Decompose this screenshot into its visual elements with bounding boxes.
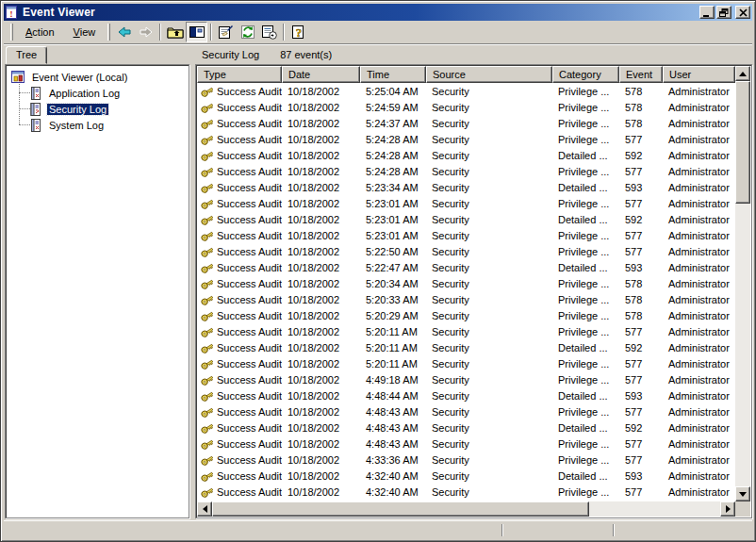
event-source: Security bbox=[426, 454, 552, 466]
event-category: Privilege ... bbox=[552, 166, 619, 177]
event-list-pane: Type Date Time Source Category Event Use… bbox=[195, 64, 752, 518]
event-row[interactable]: Success Audit 10/18/2002 4:33:36 AM Secu… bbox=[197, 452, 735, 468]
event-category: Privilege ... bbox=[552, 134, 619, 145]
event-row[interactable]: Success Audit 10/18/2002 5:20:33 AM Secu… bbox=[197, 291, 735, 307]
event-date: 10/18/2002 bbox=[282, 294, 360, 305]
event-row[interactable]: Success Audit 10/18/2002 4:32:40 AM Secu… bbox=[197, 484, 735, 500]
event-type: Success Audit bbox=[217, 486, 282, 498]
event-row[interactable]: Success Audit 10/18/2002 5:20:29 AM Secu… bbox=[197, 307, 735, 323]
column-header-user[interactable]: User bbox=[663, 66, 735, 83]
status-bar bbox=[4, 520, 752, 538]
success-audit-key-icon bbox=[200, 180, 214, 194]
tree-item-application-log[interactable]: Application Log bbox=[28, 85, 122, 101]
titlebar[interactable]: ! Event Viewer bbox=[4, 4, 752, 21]
column-header-source[interactable]: Source bbox=[426, 66, 552, 83]
tree-item-label: Application Log bbox=[47, 88, 122, 99]
refresh-button[interactable] bbox=[237, 22, 258, 42]
up-one-level-button[interactable] bbox=[164, 22, 186, 42]
event-row[interactable]: Success Audit 10/18/2002 5:20:34 AM Secu… bbox=[197, 275, 735, 291]
event-type: Success Audit bbox=[217, 86, 282, 97]
event-category: Privilege ... bbox=[552, 326, 619, 337]
event-user: Administrator bbox=[663, 470, 735, 482]
scroll-up-button[interactable] bbox=[735, 66, 750, 81]
event-row[interactable]: Success Audit 10/18/2002 5:24:28 AM Secu… bbox=[197, 163, 735, 179]
export-list-button[interactable] bbox=[258, 22, 280, 42]
event-type: Success Audit bbox=[217, 118, 282, 129]
event-row[interactable]: Success Audit 10/18/2002 5:24:28 AM Secu… bbox=[197, 147, 735, 163]
toolbar-grip[interactable] bbox=[10, 24, 13, 41]
forward-button[interactable] bbox=[135, 22, 156, 42]
event-time: 4:32:40 AM bbox=[360, 470, 426, 482]
event-row[interactable]: Success Audit 10/18/2002 5:20:11 AM Secu… bbox=[197, 355, 735, 371]
event-user: Administrator bbox=[663, 262, 735, 273]
event-category: Detailed ... bbox=[552, 342, 619, 353]
event-id: 592 bbox=[619, 342, 663, 353]
event-category: Privilege ... bbox=[552, 374, 619, 386]
event-row[interactable]: Success Audit 10/18/2002 5:23:34 AM Secu… bbox=[197, 179, 735, 195]
success-audit-key-icon bbox=[200, 228, 214, 242]
scroll-left-button[interactable] bbox=[197, 501, 212, 517]
event-row[interactable]: Success Audit 10/18/2002 4:32:40 AM Secu… bbox=[197, 468, 735, 484]
tree-item-security-log[interactable]: Security Log bbox=[28, 101, 108, 117]
tree-item-event-viewer-local[interactable]: Event Viewer (Local) bbox=[11, 69, 129, 85]
scroll-right-button[interactable] bbox=[720, 501, 735, 517]
event-row[interactable]: Success Audit 10/18/2002 5:24:28 AM Secu… bbox=[197, 131, 735, 147]
event-row[interactable]: Success Audit 10/18/2002 5:24:37 AM Secu… bbox=[197, 115, 735, 131]
event-id: 578 bbox=[619, 86, 663, 97]
help-button[interactable]: ? bbox=[288, 22, 309, 42]
event-row[interactable]: Success Audit 10/18/2002 4:48:43 AM Secu… bbox=[197, 419, 735, 435]
event-row[interactable]: Success Audit 10/18/2002 5:20:11 AM Secu… bbox=[197, 323, 735, 339]
event-date: 10/18/2002 bbox=[282, 150, 360, 161]
column-header-date[interactable]: Date bbox=[282, 66, 360, 83]
event-row[interactable]: Success Audit 10/18/2002 5:23:01 AM Secu… bbox=[197, 227, 735, 243]
restore-button[interactable] bbox=[716, 6, 731, 19]
success-audit-key-icon bbox=[200, 276, 214, 290]
event-source: Security bbox=[426, 422, 552, 434]
close-button[interactable] bbox=[735, 6, 750, 19]
event-row[interactable]: Success Audit 10/18/2002 4:48:43 AM Secu… bbox=[197, 435, 735, 452]
vertical-scrollbar[interactable] bbox=[735, 66, 750, 501]
properties-button[interactable] bbox=[215, 22, 237, 42]
back-button[interactable] bbox=[113, 22, 135, 42]
horizontal-scrollbar[interactable] bbox=[197, 501, 735, 517]
success-audit-key-icon bbox=[200, 468, 214, 483]
event-row[interactable]: Success Audit 10/18/2002 5:24:59 AM Secu… bbox=[197, 99, 735, 115]
event-category: Privilege ... bbox=[552, 454, 619, 466]
event-row[interactable]: Success Audit 10/18/2002 4:48:43 AM Secu… bbox=[197, 403, 735, 419]
toolbar-grip[interactable] bbox=[107, 24, 110, 41]
show-hide-console-tree-button[interactable] bbox=[186, 22, 207, 42]
scroll-down-button[interactable] bbox=[735, 486, 750, 501]
toolbar-separator bbox=[283, 24, 285, 41]
event-row[interactable]: Success Audit 10/18/2002 4:48:44 AM Secu… bbox=[197, 387, 735, 403]
tree-item-label: System Log bbox=[47, 120, 106, 131]
event-row[interactable]: Success Audit 10/18/2002 5:22:50 AM Secu… bbox=[197, 243, 735, 259]
horizontal-scroll-thumb[interactable] bbox=[212, 501, 589, 517]
event-row[interactable]: Success Audit 10/18/2002 5:22:47 AM Secu… bbox=[197, 259, 735, 275]
event-row[interactable]: Success Audit 10/18/2002 5:25:04 AM Secu… bbox=[197, 83, 735, 99]
event-user: Administrator bbox=[663, 118, 735, 129]
column-header-time[interactable]: Time bbox=[360, 66, 426, 83]
event-type: Success Audit bbox=[217, 294, 282, 305]
event-time: 5:20:11 AM bbox=[360, 358, 426, 370]
horizontal-scroll-track[interactable] bbox=[589, 501, 720, 517]
tree-item-system-log[interactable]: System Log bbox=[28, 117, 106, 133]
event-date: 10/18/2002 bbox=[282, 326, 360, 337]
vertical-scroll-thumb[interactable] bbox=[735, 81, 750, 204]
export-list-icon bbox=[261, 25, 277, 40]
event-row[interactable]: Success Audit 10/18/2002 5:23:01 AM Secu… bbox=[197, 195, 735, 211]
event-source: Security bbox=[426, 118, 552, 129]
column-header-category[interactable]: Category bbox=[552, 66, 619, 83]
tab-tree[interactable]: Tree bbox=[6, 46, 47, 64]
event-source: Security bbox=[426, 214, 552, 225]
event-category: Privilege ... bbox=[552, 246, 619, 257]
event-row[interactable]: Success Audit 10/18/2002 5:23:01 AM Secu… bbox=[197, 211, 735, 227]
minimize-button[interactable] bbox=[699, 6, 715, 19]
menu-view[interactable]: View bbox=[64, 25, 106, 40]
forward-arrow-icon bbox=[139, 25, 154, 40]
event-row[interactable]: Success Audit 10/18/2002 4:49:18 AM Secu… bbox=[197, 371, 735, 387]
menu-action[interactable]: Action bbox=[16, 25, 64, 40]
event-source: Security bbox=[426, 470, 552, 482]
event-row[interactable]: Success Audit 10/18/2002 5:20:11 AM Secu… bbox=[197, 339, 735, 355]
column-header-event[interactable]: Event bbox=[619, 66, 663, 83]
column-header-type[interactable]: Type bbox=[197, 66, 282, 83]
